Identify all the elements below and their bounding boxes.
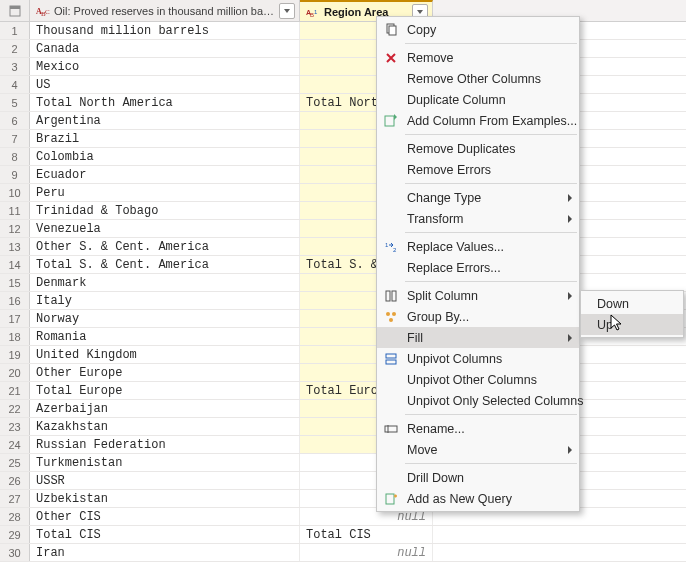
cell-reserves[interactable]: Kazakhstan <box>30 418 300 435</box>
row-header[interactable]: 18 <box>0 328 30 345</box>
menu-unpivot-other-columns[interactable]: Unpivot Other Columns <box>377 369 579 390</box>
menu-remove[interactable]: Remove <box>377 47 579 68</box>
row-header[interactable]: 14 <box>0 256 30 273</box>
cell-reserves[interactable]: Other S. & Cent. America <box>30 238 300 255</box>
row-header[interactable]: 11 <box>0 202 30 219</box>
row-header[interactable]: 20 <box>0 364 30 381</box>
menu-label: Unpivot Only Selected Columns <box>407 394 583 408</box>
submenu-fill-down[interactable]: Down <box>581 293 683 314</box>
menu-unpivot-selected-columns[interactable]: Unpivot Only Selected Columns <box>377 390 579 411</box>
row-header[interactable]: 25 <box>0 454 30 471</box>
row-header[interactable]: 7 <box>0 130 30 147</box>
cell-reserves[interactable]: Iran <box>30 544 300 561</box>
cell-reserves[interactable]: Thousand million barrels <box>30 22 300 39</box>
row-header[interactable]: 24 <box>0 436 30 453</box>
row-header[interactable]: 16 <box>0 292 30 309</box>
submenu-fill-up[interactable]: Up <box>581 314 683 335</box>
cell-reserves[interactable]: Other Europe <box>30 364 300 381</box>
menu-label: Move <box>407 443 438 457</box>
row-header[interactable]: 8 <box>0 148 30 165</box>
cell-region[interactable]: Total CIS <box>300 526 433 543</box>
row-header[interactable]: 15 <box>0 274 30 291</box>
row-header[interactable]: 21 <box>0 382 30 399</box>
cell-reserves[interactable]: Total CIS <box>30 526 300 543</box>
row-header[interactable]: 6 <box>0 112 30 129</box>
table-row: 19United Kingdom <box>0 346 686 364</box>
menu-drill-down[interactable]: Drill Down <box>377 467 579 488</box>
row-header[interactable]: 5 <box>0 94 30 111</box>
menu-remove-errors[interactable]: Remove Errors <box>377 159 579 180</box>
row-header[interactable]: 17 <box>0 310 30 327</box>
row-header[interactable]: 27 <box>0 490 30 507</box>
row-header[interactable]: 22 <box>0 400 30 417</box>
cell-reserves[interactable]: Canada <box>30 40 300 57</box>
menu-label: Replace Errors... <box>407 261 501 275</box>
column-filter-dropdown[interactable] <box>279 3 295 19</box>
cell-reserves[interactable]: USSR <box>30 472 300 489</box>
cell-reserves[interactable]: Other CIS <box>30 508 300 525</box>
row-header[interactable]: 30 <box>0 544 30 561</box>
menu-label: Drill Down <box>407 471 464 485</box>
menu-remove-duplicates[interactable]: Remove Duplicates <box>377 138 579 159</box>
menu-transform[interactable]: Transform <box>377 208 579 229</box>
cell-reserves[interactable]: Turkmenistan <box>30 454 300 471</box>
menu-rename[interactable]: Rename... <box>377 418 579 439</box>
cell-reserves[interactable]: US <box>30 76 300 93</box>
cell-region[interactable]: null <box>300 544 433 561</box>
cell-reserves[interactable]: Russian Federation <box>30 436 300 453</box>
svg-text:1: 1 <box>314 9 318 15</box>
menu-change-type[interactable]: Change Type <box>377 187 579 208</box>
menu-copy[interactable]: Copy <box>377 19 579 40</box>
row-header[interactable]: 13 <box>0 238 30 255</box>
menu-duplicate-column[interactable]: Duplicate Column <box>377 89 579 110</box>
cell-reserves[interactable]: Total S. & Cent. America <box>30 256 300 273</box>
row-header[interactable]: 9 <box>0 166 30 183</box>
cell-reserves[interactable]: Italy <box>30 292 300 309</box>
svg-rect-10 <box>385 116 394 126</box>
row-header[interactable]: 23 <box>0 418 30 435</box>
menu-add-column-from-examples[interactable]: Add Column From Examples... <box>377 110 579 131</box>
row-header[interactable]: 19 <box>0 346 30 363</box>
group-by-icon <box>383 309 399 325</box>
cell-reserves[interactable]: Romania <box>30 328 300 345</box>
row-header[interactable]: 10 <box>0 184 30 201</box>
menu-add-as-new-query[interactable]: Add as New Query <box>377 488 579 509</box>
row-header[interactable]: 12 <box>0 220 30 237</box>
cell-reserves[interactable]: Uzbekistan <box>30 490 300 507</box>
row-header[interactable]: 26 <box>0 472 30 489</box>
table-row: 8Colombia <box>0 148 686 166</box>
row-header[interactable]: 2 <box>0 40 30 57</box>
cell-reserves[interactable]: Mexico <box>30 58 300 75</box>
column-header-reserves[interactable]: ABC Oil: Proved reserves in thousand mil… <box>30 0 300 21</box>
menu-remove-other-columns[interactable]: Remove Other Columns <box>377 68 579 89</box>
row-header[interactable]: 3 <box>0 58 30 75</box>
cell-reserves[interactable]: Denmark <box>30 274 300 291</box>
row-header[interactable]: 28 <box>0 508 30 525</box>
menu-fill[interactable]: Fill <box>377 327 579 348</box>
menu-split-column[interactable]: Split Column <box>377 285 579 306</box>
menu-group-by[interactable]: Group By... <box>377 306 579 327</box>
cell-reserves[interactable]: Peru <box>30 184 300 201</box>
cell-reserves[interactable]: Total Europe <box>30 382 300 399</box>
row-header[interactable]: 4 <box>0 76 30 93</box>
select-all-corner[interactable] <box>0 0 30 21</box>
cell-reserves[interactable]: United Kingdom <box>30 346 300 363</box>
menu-replace-values[interactable]: 12 Replace Values... <box>377 236 579 257</box>
cell-reserves[interactable]: Brazil <box>30 130 300 147</box>
row-header[interactable]: 29 <box>0 526 30 543</box>
cell-reserves[interactable]: Total North America <box>30 94 300 111</box>
menu-move[interactable]: Move <box>377 439 579 460</box>
new-query-icon <box>383 491 399 507</box>
cell-reserves[interactable]: Ecuador <box>30 166 300 183</box>
menu-replace-errors[interactable]: Replace Errors... <box>377 257 579 278</box>
cell-reserves[interactable]: Argentina <box>30 112 300 129</box>
menu-unpivot-columns[interactable]: Unpivot Columns <box>377 348 579 369</box>
cell-reserves[interactable]: Norway <box>30 310 300 327</box>
cell-reserves[interactable]: Azerbaijan <box>30 400 300 417</box>
table-row: 3Mexico <box>0 58 686 76</box>
cell-reserves[interactable]: Trinidad & Tobago <box>30 202 300 219</box>
row-header[interactable]: 1 <box>0 22 30 39</box>
cell-reserves[interactable]: Venezuela <box>30 220 300 237</box>
cell-reserves[interactable]: Colombia <box>30 148 300 165</box>
fill-submenu: Down Up <box>580 290 684 338</box>
